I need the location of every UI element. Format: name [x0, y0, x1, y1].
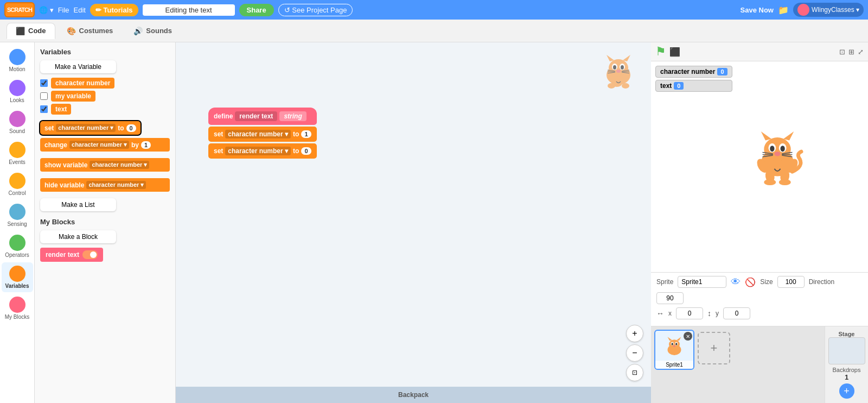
define-block[interactable]: define render text string: [208, 108, 317, 125]
size-input[interactable]: [777, 276, 805, 288]
sidebar-item-control[interactable]: Control: [2, 169, 33, 199]
render-text-toggle[interactable]: [82, 250, 98, 259]
backpack-bar[interactable]: Backpack: [176, 387, 651, 403]
code-tab-label: Code: [28, 27, 46, 35]
show-eye-inactive[interactable]: 🚫: [745, 277, 756, 287]
share-button[interactable]: Share: [239, 4, 274, 16]
render-text-block[interactable]: render text: [40, 248, 103, 262]
tab-sounds[interactable]: 🔊 Sounds: [124, 23, 181, 39]
sprite-label: Sprite: [656, 278, 673, 286]
scratch-logo[interactable]: SCRATCH: [4, 2, 35, 17]
change-dropdown[interactable]: character number ▾: [69, 141, 129, 149]
folder-icon[interactable]: 📁: [778, 5, 789, 15]
var-row-text: text: [40, 104, 170, 115]
var-block-my-variable[interactable]: my variable: [51, 91, 95, 102]
sidebar-item-events[interactable]: Events: [2, 138, 33, 168]
sidebar-item-myblocks[interactable]: My Blocks: [2, 293, 33, 323]
shrink-stage-button[interactable]: ⊡: [839, 48, 845, 56]
backpack-label: Backpack: [398, 391, 429, 399]
define-label: define: [214, 112, 233, 120]
change-character-number-block[interactable]: change character number ▾ by 1: [40, 138, 170, 152]
stage-thumbnail[interactable]: [828, 337, 865, 364]
stage-label: Stage: [839, 331, 855, 337]
sidebar-item-sensing[interactable]: Sensing: [2, 200, 33, 230]
sprite-thumb-sprite1[interactable]: ✕ S: [654, 330, 694, 370]
sensing-label: Sensing: [7, 221, 27, 227]
green-flag-button[interactable]: ⚑: [655, 45, 666, 59]
set-block-2[interactable]: set character number ▾ to 0: [208, 143, 317, 159]
edit-menu[interactable]: Edit: [74, 6, 86, 14]
sidebar-item-sound[interactable]: Sound: [2, 108, 33, 137]
tab-code[interactable]: ⬛ Code: [7, 23, 55, 39]
user-area[interactable]: WlingyClasses ▾: [793, 3, 864, 17]
change-value[interactable]: 1: [141, 141, 151, 149]
operators-label: Operators: [5, 252, 29, 258]
zoom-fit-button[interactable]: ⊡: [626, 364, 643, 381]
show-variable-block[interactable]: show variable character number ▾: [40, 158, 170, 172]
hide-variable-dropdown[interactable]: character number ▾: [86, 181, 146, 189]
zoom-out-button[interactable]: −: [626, 344, 643, 362]
svg-point-38: [779, 179, 791, 185]
canvas-area[interactable]: define render text string set character …: [176, 42, 651, 403]
var-display-val-char: 0: [717, 68, 727, 75]
sensing-icon: [9, 204, 25, 220]
sidebar-item-variables[interactable]: Variables: [2, 262, 33, 292]
set-value[interactable]: 0: [126, 124, 136, 132]
y-input[interactable]: [723, 307, 750, 319]
project-name[interactable]: Editing the text: [143, 4, 235, 16]
make-list-button[interactable]: Make a List: [40, 198, 116, 211]
make-variable-button[interactable]: Make a Variable: [40, 60, 116, 73]
add-sprite-button[interactable]: +: [698, 332, 730, 364]
show-variable-dropdown[interactable]: character number ▾: [90, 161, 149, 169]
fullscreen-button[interactable]: ⤢: [858, 48, 864, 56]
sprite-name-input[interactable]: [678, 276, 726, 288]
make-block-button[interactable]: Make a Block: [40, 230, 116, 243]
events-label: Events: [9, 159, 25, 165]
set2-dropdown[interactable]: character number ▾: [225, 147, 291, 155]
tutorials-button[interactable]: ✏ Tutorials: [90, 4, 138, 16]
set1-dropdown[interactable]: character number ▾: [225, 130, 291, 138]
canvas-block-group-define: define render text string set character …: [208, 108, 317, 160]
canvas-cat-decoration: [597, 51, 640, 100]
set1-label: set: [214, 130, 223, 138]
my-blocks-title: My Blocks: [40, 218, 170, 226]
globe-button[interactable]: 🌐 ▾: [39, 6, 54, 14]
show-eye-active[interactable]: 👁: [731, 276, 741, 288]
sprite-info-row: Sprite 👁 🚫 Size Direction: [656, 276, 863, 304]
tab-costumes[interactable]: 🎨 Costumes: [58, 23, 123, 39]
sidebar-item-looks[interactable]: Looks: [2, 77, 33, 106]
see-project-button[interactable]: ↺ See Project Page: [278, 4, 353, 16]
add-backdrop-button[interactable]: +: [839, 383, 854, 399]
events-icon: [9, 142, 25, 158]
show-variable-label: show variable: [44, 161, 87, 169]
svg-point-7: [621, 65, 624, 70]
xy-row: ↔ x ↕ y: [656, 307, 863, 319]
direction-input[interactable]: [656, 292, 684, 304]
sidebar-item-operators[interactable]: Operators: [2, 231, 33, 261]
var-checkbox-my-variable[interactable]: [40, 92, 48, 100]
set-character-number-block[interactable]: set character number ▾ to 0: [40, 121, 141, 135]
delete-sprite1[interactable]: ✕: [684, 332, 692, 341]
hide-variable-block[interactable]: hide variable character number ▾: [40, 178, 170, 192]
costumes-tab-label: Costumes: [79, 27, 113, 35]
x-input[interactable]: [676, 307, 703, 319]
add-backdrop-icon: +: [844, 386, 850, 396]
var-checkbox-character-number[interactable]: [40, 79, 48, 87]
var-block-character-number[interactable]: character number: [51, 78, 114, 89]
set2-to: to: [293, 147, 299, 155]
var-checkbox-text[interactable]: [40, 105, 48, 113]
svg-point-45: [672, 343, 673, 345]
expand-stage-button[interactable]: ⊞: [848, 48, 854, 56]
save-now-button[interactable]: Save Now: [741, 6, 774, 14]
set-block-1[interactable]: set character number ▾ to 1: [208, 127, 317, 142]
svg-point-46: [675, 343, 677, 345]
zoom-in-button[interactable]: +: [626, 325, 643, 342]
control-label: Control: [8, 190, 25, 196]
var-row-my-variable: my variable: [40, 91, 170, 102]
character-number-dropdown[interactable]: character number ▾: [56, 124, 116, 132]
sound-icon: [9, 111, 25, 127]
stop-button[interactable]: ⬛: [669, 47, 680, 57]
sidebar-item-motion[interactable]: Motion: [2, 46, 33, 75]
file-menu[interactable]: File: [58, 6, 69, 14]
var-block-text[interactable]: text: [51, 104, 71, 115]
